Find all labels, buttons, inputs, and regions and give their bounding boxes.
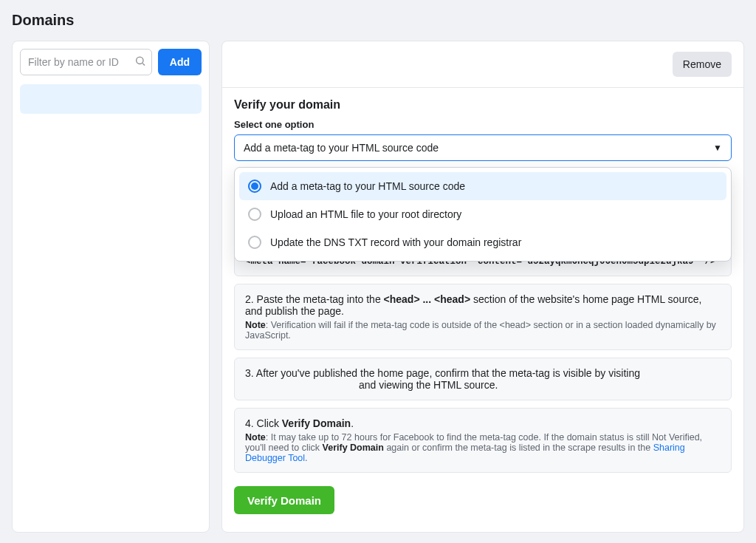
chevron-down-icon: ▼ <box>713 143 722 153</box>
radio-icon <box>248 208 261 221</box>
note-label: Note <box>245 432 266 443</box>
remove-button[interactable]: Remove <box>673 52 732 77</box>
radio-icon <box>248 236 261 249</box>
step3-a: 3. After you've published the home page,… <box>245 367 640 379</box>
sidebar: Add <box>12 41 210 533</box>
radio-icon <box>248 180 261 193</box>
select-label: Select one option <box>234 119 732 130</box>
domain-list-item-selected[interactable] <box>20 84 202 114</box>
step-3: 3. After you've published the home page,… <box>234 358 732 400</box>
step2-prefix: 2. Paste the meta-tag into the <box>245 293 384 305</box>
search-input[interactable] <box>20 49 152 75</box>
option-label: Update the DNS TXT record with your doma… <box>270 236 521 248</box>
search-wrap <box>20 49 152 75</box>
step3-b: and viewing the HTML source. <box>359 379 498 391</box>
page-title: Domains <box>12 12 744 29</box>
option-dns-txt[interactable]: Update the DNS TXT record with your doma… <box>239 228 726 256</box>
step4-note-b: again or confirm the meta-tag is listed … <box>384 443 653 453</box>
verify-title: Verify your domain <box>234 98 732 112</box>
verification-method-dropdown: Add a meta-tag to your HTML source code … <box>234 167 732 262</box>
step-2: 2. Paste the meta-tag into the <head> ..… <box>234 284 732 350</box>
option-html-file[interactable]: Upload an HTML file to your root directo… <box>239 200 726 228</box>
step4-note-c: . <box>305 453 307 463</box>
step-4: 4. Click Verify Domain. Note: It may tak… <box>234 408 732 473</box>
select-value: Add a meta-tag to your HTML source code <box>244 142 439 154</box>
step4-note-bold: Verify Domain <box>323 443 384 453</box>
add-button[interactable]: Add <box>158 49 202 75</box>
step4-suffix: . <box>351 417 354 429</box>
step4-bold: Verify Domain <box>282 417 351 429</box>
note-label: Note <box>245 320 266 330</box>
step4-prefix: 4. Click <box>245 417 282 429</box>
option-label: Upload an HTML file to your root directo… <box>270 208 461 220</box>
main-panel: Remove Verify your domain Select one opt… <box>221 41 744 533</box>
verification-method-select[interactable]: Add a meta-tag to your HTML source code … <box>234 134 732 161</box>
step2-bold: <head> ... <head> <box>384 293 471 305</box>
verify-domain-button[interactable]: Verify Domain <box>234 486 334 514</box>
option-meta-tag[interactable]: Add a meta-tag to your HTML source code <box>239 172 726 200</box>
main-header: Remove <box>222 41 743 88</box>
step2-note: : Verification will fail if the meta-tag… <box>245 320 716 341</box>
option-label: Add a meta-tag to your HTML source code <box>270 180 465 192</box>
